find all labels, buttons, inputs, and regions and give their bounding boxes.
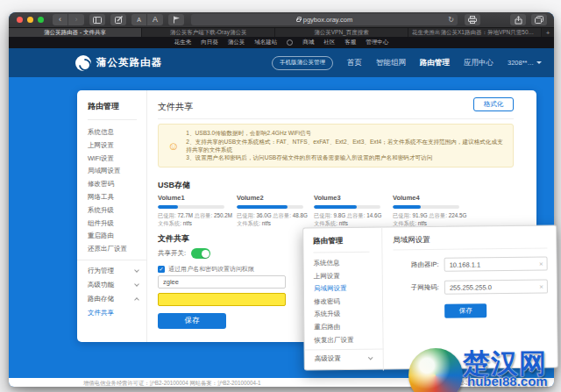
topbar-link-support[interactable]: 客服 <box>344 39 356 46</box>
forward-button[interactable]: › <box>68 14 84 25</box>
extension-button[interactable] <box>168 14 184 25</box>
subnet-mask-value: 255.255.255.0 <box>450 283 492 292</box>
increase-font-button[interactable]: A <box>147 14 163 25</box>
oray-logo-icon <box>287 39 293 46</box>
tab-news-article[interactable]: 花生壳推出蒲公英X1路由器：异地VPN只需50秒_... <box>408 28 542 37</box>
username-input[interactable] <box>158 275 286 289</box>
volume-2: Volume2 已使用: 36.0G 总容量: 48.8G 文件系统: ntfs <box>237 194 303 227</box>
popup-sidebar: 路由管理 系统信息 上网设置 局域网设置 修改密码 系统升级 重启路由 恢复出厂… <box>303 228 384 372</box>
popup-item-factory-reset[interactable]: 恢复出厂设置 <box>314 333 382 346</box>
save-button[interactable]: 保存 <box>158 313 226 329</box>
format-button[interactable]: 格式化 <box>473 97 514 111</box>
nav-home[interactable]: 首页 <box>347 58 362 68</box>
divider <box>305 349 384 351</box>
popup-save-button[interactable]: 保存 <box>444 303 486 318</box>
router-ip-input[interactable]: 10.168.1.1 × <box>444 257 548 272</box>
sidebar-group-behavior[interactable]: 行为管理 <box>88 264 138 278</box>
topbar-link-console[interactable]: 管理中心 <box>366 39 388 46</box>
window-controls <box>17 17 44 23</box>
sidebar-group-advanced[interactable]: 高级功能 <box>88 278 138 292</box>
share-toggle-on[interactable] <box>191 248 210 259</box>
browser-toolbar: ‹ › A A pgybox.oray.com ↻ <box>9 12 554 28</box>
account-menu[interactable]: 3208**… <box>508 59 542 67</box>
volume-stats: 已使用: 9.8G 总容量: 14.6G 文件系统: ntfs <box>314 212 380 227</box>
popup-item-sys-upgrade[interactable]: 系统升级 <box>314 308 382 321</box>
tab-client-download[interactable]: 蒲公英客户端下载-Oray蒲公英 <box>142 28 275 37</box>
brand[interactable]: 蒲公英路由器 <box>75 55 162 71</box>
popup-item-password[interactable]: 修改密码 <box>314 295 382 308</box>
tab-overview-button[interactable] <box>531 14 547 25</box>
lock-icon <box>296 18 301 22</box>
dandelion-logo-icon <box>75 55 91 71</box>
compose-button[interactable] <box>110 14 126 25</box>
share-button[interactable] <box>510 14 526 25</box>
topbar-link-xiangrikui[interactable]: 向日葵 <box>201 39 218 46</box>
sidebar-item-net-tools[interactable]: 网络工具 <box>88 191 146 204</box>
minimize-window-button[interactable] <box>27 17 33 23</box>
sidebar-item-file-sharing-active[interactable]: 文件共享 <box>88 306 146 320</box>
volume-progressbar <box>237 205 303 209</box>
printer-icon <box>468 16 477 24</box>
router-ip-label: 路由器IP: <box>394 260 439 270</box>
sidebar-item-system-info[interactable]: 系统信息 <box>88 126 146 139</box>
chevron-down-icon <box>368 355 373 360</box>
sidebar-item-sys-upgrade[interactable]: 系统升级 <box>88 204 146 217</box>
sidebar-item-comp-upgrade[interactable]: 组件升级 <box>88 217 146 231</box>
chevron-up-icon <box>134 297 139 303</box>
tabs-icon <box>535 16 543 24</box>
notice-line-2: 2、支持共享的USB文件系统格式：FAT、NTFS、exFAT、Ext2、Ext… <box>186 138 506 154</box>
oray-topbar: 花生壳 向日葵 蒲公英 域名建站 商城 社区 客服 管理中心 <box>9 37 554 48</box>
sidebar-item-reboot[interactable]: 重启路由 <box>88 230 146 243</box>
nav-router-manage[interactable]: 路由管理 <box>420 58 450 68</box>
refresh-icon[interactable]: ↻ <box>448 16 454 24</box>
tab-bar: 蒲公英路由器 - 文件共享 蒲公英客户端下载-Oray蒲公英 蒲公英VPN_百度… <box>9 28 554 37</box>
popup-group-advanced[interactable]: 高级设置 <box>315 353 373 366</box>
new-tab-button[interactable]: + <box>542 28 554 37</box>
sidebar-group-storage[interactable]: 路由存储 <box>88 292 138 306</box>
tab-baidu-search[interactable]: 蒲公英VPN_百度搜索 <box>275 28 408 37</box>
back-button[interactable]: ‹ <box>53 14 68 25</box>
sidebar-item-password[interactable]: 修改密码 <box>88 178 146 191</box>
sidebar-toggle-button[interactable] <box>89 14 105 25</box>
nav-app-center[interactable]: 应用中心 <box>464 58 494 68</box>
divider <box>88 119 137 120</box>
topbar-link-mall[interactable]: 商城 <box>302 39 314 46</box>
popup-item-reboot[interactable]: 重启路由 <box>314 321 382 334</box>
popup-item-lan-active[interactable]: 局域网设置 <box>314 282 382 296</box>
tab-file-sharing[interactable]: 蒲公英路由器 - 文件共享 <box>9 28 142 37</box>
topbar-link-pugongying[interactable]: 蒲公英 <box>228 39 245 46</box>
zoom-window-button[interactable] <box>38 17 44 23</box>
clear-icon[interactable]: × <box>539 260 543 267</box>
clear-icon[interactable]: × <box>539 282 543 290</box>
sidebar-item-internet[interactable]: 上网设置 <box>88 139 146 153</box>
nav-smart-network[interactable]: 智能组网 <box>376 58 406 68</box>
share-icon <box>515 16 522 25</box>
address-bar[interactable]: pgybox.oray.com ↻ <box>191 14 458 25</box>
sidebar-item-lan[interactable]: 局域网设置 <box>88 165 146 178</box>
sidebar-item-wifi[interactable]: WiFi设置 <box>88 153 146 166</box>
topbar-link-community[interactable]: 社区 <box>323 39 335 46</box>
close-window-button[interactable] <box>17 17 23 23</box>
auth-checkbox-checked[interactable]: ✓ <box>158 266 165 273</box>
volume-3: Volume3 已使用: 9.8G 总容量: 14.6G 文件系统: ntfs <box>314 194 380 227</box>
header-nav: 手机版蒲公英管理 首页 智能组网 路由管理 应用中心 3208**… <box>272 56 542 70</box>
volume-name: Volume2 <box>237 194 303 202</box>
volume-progressbar <box>314 205 380 209</box>
share-switch-row: 共享开关: <box>158 248 210 259</box>
subnet-mask-input[interactable]: 255.255.255.0 × <box>444 280 548 295</box>
topbar-link-domain[interactable]: 域名建站 <box>254 39 277 46</box>
password-input-highlighted[interactable] <box>158 293 286 306</box>
popup-item-system-info[interactable]: 系统信息 <box>314 257 382 270</box>
notice-line-3: 3、设置用户名和密码后，访问USB存储文件的所有设备需要输入所设置的用户名和密码… <box>186 153 506 161</box>
divider <box>313 252 369 253</box>
popup-item-internet[interactable]: 上网设置 <box>314 269 382 282</box>
volume-stats: 已使用: 36.0G 总容量: 48.8G 文件系统: ntfs <box>237 212 303 227</box>
notice-box: ☺ 1、USB3.0传输数据时，会影响2.4GHz WiFi信号 2、支持共享的… <box>158 124 514 167</box>
volume-name: Volume1 <box>158 194 224 202</box>
sidebar-item-factory-reset[interactable]: 还原出厂设置 <box>88 243 146 256</box>
mobile-manage-pill[interactable]: 手机版蒲公英管理 <box>272 56 333 70</box>
print-button[interactable] <box>465 14 480 25</box>
topbar-link-huashengke[interactable]: 花生壳 <box>174 39 192 46</box>
decrease-font-button[interactable]: A <box>131 14 147 25</box>
file-share-heading: 文件共享 <box>158 233 189 245</box>
